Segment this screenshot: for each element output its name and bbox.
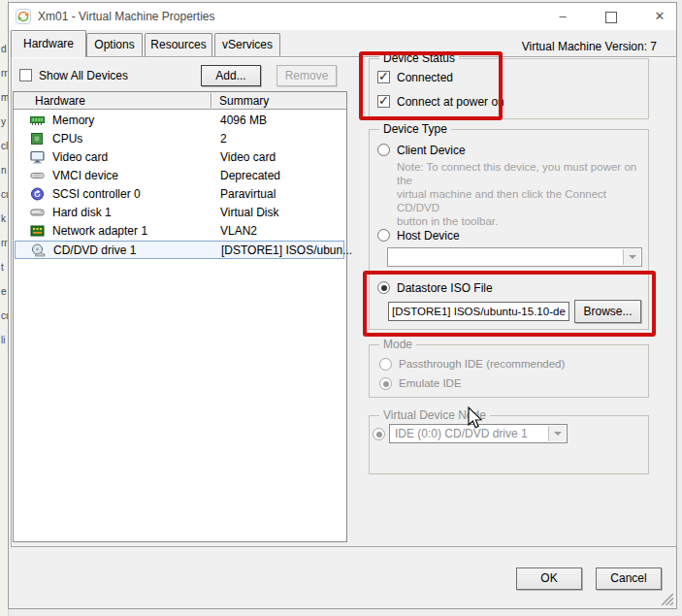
- device-status-group: Device Status ✓ Connected ✓ Connect at p…: [369, 58, 649, 119]
- virtual-device-node-group: Virtual Device Node IDE (0:0) CD/DVD dri…: [369, 415, 649, 474]
- radio-dot-icon: [376, 432, 382, 438]
- hardware-tab-page: Show All Devices Add... Remove Hardware …: [11, 56, 677, 547]
- connected-checkbox[interactable]: ✓: [377, 71, 390, 83]
- table-row-hard-disk[interactable]: Hard disk 1 Virtual Disk: [15, 204, 344, 222]
- vm-version-label: Virtual Machine Version: 7: [522, 40, 657, 53]
- table-row-video-card[interactable]: Video card Video card: [15, 148, 344, 167]
- video-card-icon: [30, 150, 45, 164]
- show-all-devices-label: Show All Devices: [39, 69, 128, 82]
- radio-dot-icon: [381, 285, 387, 291]
- passthrough-ide-label: Passthrough IDE (recommended): [399, 358, 565, 370]
- device-node-select: IDE (0:0) CD/DVD drive 1: [389, 424, 568, 443]
- row-label: Hard disk 1: [52, 206, 112, 219]
- vm-properties-dialog: Xm01 - Virtual Machine Properties – ✕ Ha…: [8, 2, 677, 609]
- device-node-value: IDE (0:0) CD/DVD drive 1: [395, 427, 528, 440]
- datastore-iso-label: Datastore ISO File: [397, 281, 493, 295]
- scsi-controller-icon: [30, 187, 45, 201]
- maximize-icon: [605, 12, 617, 23]
- row-summary: Paravirtual: [220, 187, 276, 201]
- row-label: Memory: [52, 113, 94, 127]
- minimize-button[interactable]: –: [546, 3, 579, 30]
- row-summary: 4096 MB: [220, 113, 267, 127]
- device-node-radio: [373, 428, 385, 440]
- table-row-network-adapter[interactable]: Network adapter 1 VLAN2: [15, 222, 344, 241]
- column-separator[interactable]: [211, 93, 211, 108]
- window-title: Xm01 - Virtual Machine Properties: [38, 10, 215, 23]
- table-row-cpus[interactable]: CPUs 2: [15, 130, 344, 148]
- vmci-device-icon: [30, 169, 45, 182]
- network-adapter-icon: [30, 224, 45, 238]
- row-summary: Deprecated: [220, 169, 280, 182]
- row-label: CPUs: [52, 132, 82, 146]
- datastore-iso-radio[interactable]: [377, 281, 390, 294]
- client-device-note: Note: To connect this device, you must p…: [397, 160, 645, 228]
- remove-button: Remove: [276, 65, 337, 86]
- column-header-summary[interactable]: Summary: [219, 94, 269, 108]
- mode-title: Mode: [379, 338, 416, 351]
- emulate-ide-label: Emulate IDE: [399, 377, 462, 389]
- table-row-cd-dvd-drive[interactable]: CD/DVD drive 1 [DSTORE1] ISOS/ubun...: [15, 241, 344, 259]
- table-row-vmci-device[interactable]: VMCI device Deprecated: [15, 167, 344, 185]
- device-type-group: Device Type Client Device Note: To conne…: [369, 129, 649, 330]
- host-device-select: [387, 247, 642, 267]
- column-header-hardware[interactable]: Hardware: [35, 94, 85, 108]
- tab-vservices[interactable]: vServices: [214, 33, 280, 57]
- virtual-device-node-title: Virtual Device Node: [379, 408, 490, 422]
- connect-at-power-on-checkbox[interactable]: ✓: [377, 95, 390, 108]
- emulate-ide-radio: [379, 377, 392, 390]
- browse-button[interactable]: Browse...: [574, 300, 641, 323]
- check-icon: ✓: [378, 93, 389, 108]
- row-summary: VLAN2: [220, 224, 257, 238]
- host-device-label: Host Device: [397, 229, 460, 243]
- device-type-title: Device Type: [379, 122, 451, 136]
- row-label: Network adapter 1: [52, 224, 147, 238]
- close-button[interactable]: ✕: [643, 3, 676, 30]
- cd-dvd-drive-icon: [31, 243, 46, 257]
- device-status-title: Device Status: [379, 51, 459, 65]
- host-device-radio[interactable]: [377, 229, 390, 242]
- cancel-button[interactable]: Cancel: [596, 567, 662, 590]
- tab-options[interactable]: Options: [86, 33, 143, 57]
- resize-grip[interactable]: [660, 592, 673, 605]
- row-label: SCSI controller 0: [52, 187, 141, 201]
- row-summary: Video card: [220, 150, 276, 164]
- connect-at-power-on-label: Connect at power on: [397, 95, 504, 109]
- table-row-scsi-controller[interactable]: SCSI controller 0 Paravirtual: [15, 185, 344, 204]
- ok-button[interactable]: OK: [516, 567, 582, 590]
- tab-hardware[interactable]: Hardware: [11, 30, 86, 57]
- row-label: CD/DVD drive 1: [53, 243, 136, 257]
- cpu-icon: [30, 132, 45, 146]
- hard-disk-icon: [30, 206, 45, 219]
- client-device-radio[interactable]: [377, 144, 390, 156]
- row-summary: 2: [220, 132, 227, 146]
- radio-dot-icon: [383, 381, 389, 387]
- add-button[interactable]: Add...: [201, 65, 261, 86]
- memory-icon: [30, 113, 45, 127]
- check-icon: ✓: [378, 69, 389, 83]
- tab-resources[interactable]: Resources: [145, 33, 212, 57]
- mode-group: Mode Passthrough IDE (recommended) Emula…: [369, 344, 649, 398]
- row-label: VMCI device: [52, 169, 118, 182]
- titlebar[interactable]: Xm01 - Virtual Machine Properties – ✕: [9, 3, 676, 30]
- chevron-down-icon: [629, 255, 636, 259]
- row-label: Video card: [52, 150, 108, 164]
- row-summary: [DSTORE1] ISOS/ubun...: [221, 243, 352, 257]
- client-device-label: Client Device: [397, 144, 466, 157]
- chevron-down-icon: [554, 432, 562, 436]
- row-summary: Virtual Disk: [220, 206, 278, 219]
- hardware-table-header[interactable]: Hardware Summary: [14, 92, 346, 110]
- table-row-memory[interactable]: Memory 4096 MB: [15, 112, 344, 130]
- maximize-button[interactable]: [595, 3, 628, 30]
- hardware-table: Hardware Summary Memory 4096 MB CPUs: [13, 91, 347, 542]
- show-all-devices-checkbox[interactable]: [19, 69, 32, 81]
- connected-label: Connected: [397, 71, 453, 84]
- iso-path-input[interactable]: [388, 302, 569, 321]
- passthrough-ide-radio: [379, 358, 392, 371]
- vsphere-app-icon: [16, 9, 31, 24]
